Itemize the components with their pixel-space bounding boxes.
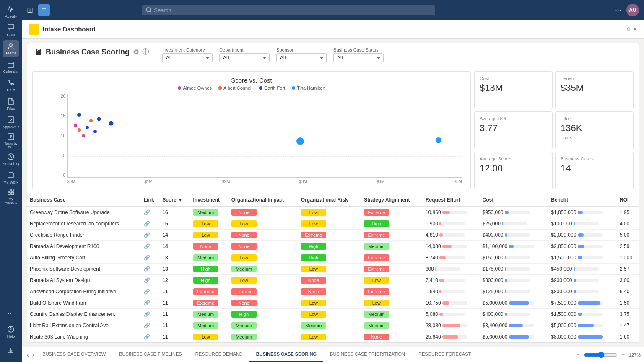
table-row: Arrowhead Corporation Hiring Initiative …	[27, 286, 639, 297]
cell-cost-4: $150,000	[480, 252, 548, 264]
cell-link-7[interactable]: 🔗	[141, 286, 160, 297]
kpi-roi-label: Average ROI	[480, 116, 547, 121]
tab-timelines[interactable]: BUSINESS CASE TIMELINES	[112, 347, 189, 362]
cell-score-3: 14	[160, 241, 190, 252]
share-icon[interactable]: ⎙	[627, 26, 630, 32]
link-icon-1[interactable]: 🔗	[144, 221, 150, 227]
user-avatar[interactable]: AU	[626, 4, 639, 16]
tab-resource-demand[interactable]: RESOURCE DEMAND	[189, 347, 249, 362]
cell-link-9[interactable]: 🔗	[141, 309, 160, 320]
close-icon[interactable]: ✕	[633, 26, 637, 32]
cell-org-risk-10: Medium	[299, 320, 361, 331]
link-icon-10[interactable]: 🔗	[144, 323, 150, 328]
cell-link-4[interactable]: 🔗	[141, 252, 160, 264]
zoom-slider[interactable]	[584, 352, 618, 358]
chart-with-yaxis: 20 15 10 5 0	[55, 94, 462, 178]
cell-investment-8: Extreme	[191, 297, 229, 309]
cell-org-risk-3: High	[299, 241, 361, 252]
tab-prioritization[interactable]: BUSINESS CASE PRIORITIZATION	[323, 347, 412, 362]
cell-link-2[interactable]: 🔗	[141, 230, 160, 241]
link-icon-9[interactable]: 🔗	[144, 311, 150, 317]
svg-rect-5	[8, 173, 14, 177]
cell-org-impact-3: None	[229, 241, 299, 252]
cell-roi-10: 1.47	[617, 320, 639, 331]
table-scroll[interactable]: Business Case Link Score ▼ Investment Or…	[27, 194, 639, 342]
cell-name-9: Country Gables Display Enhancement	[27, 309, 141, 320]
sidebar-item-myprojects[interactable]: My Projects	[3, 188, 19, 204]
cell-link-11[interactable]: 🔗	[141, 331, 160, 343]
cell-cost-5: $175,000	[480, 264, 548, 275]
sidebar-item-approvals[interactable]: Approvals	[3, 114, 19, 131]
filter-business-case-status: Business Case Status All	[333, 47, 384, 62]
dot-5	[93, 130, 97, 133]
zoom-minus[interactable]: －	[576, 352, 581, 358]
sidebar-item-mywork[interactable]: My Work	[3, 169, 19, 186]
filter-department-select[interactable]: All	[219, 53, 270, 62]
y-label-10: 10	[61, 134, 65, 138]
sidebar-item-sensei[interactable]: Sensei IQ	[3, 151, 19, 168]
zoom-plus[interactable]: ＋	[621, 352, 626, 358]
tab-overview[interactable]: BUSINESS CASE OVERVIEW	[36, 347, 112, 362]
sidebar-item-chat[interactable]: Chat	[3, 22, 19, 39]
cell-score-4: 13	[160, 252, 190, 264]
filter-sponsor-select[interactable]: All	[276, 53, 327, 62]
link-icon-6[interactable]: 🔗	[144, 277, 150, 283]
legend-garth: Garth Fort	[259, 85, 285, 90]
cell-link-3[interactable]: 🔗	[141, 241, 160, 252]
sidebar-item-files[interactable]: Files	[3, 96, 19, 112]
table-row: Country Gables Display Enhancement 🔗 11 …	[27, 309, 639, 320]
table-row: Route 303 Lane Widening 🔗 11 Low Medium …	[27, 331, 639, 343]
svg-rect-8	[8, 192, 10, 195]
dot-albert-1	[78, 128, 81, 132]
cell-effort-5: 800	[423, 264, 480, 275]
search-bar[interactable]	[142, 5, 435, 15]
sidebar-item-calls[interactable]: Calls	[3, 77, 19, 94]
sidebar-item-activity[interactable]: Activity	[3, 3, 19, 20]
link-icon-11[interactable]: 🔗	[144, 334, 150, 340]
topbar-more-icon[interactable]: ···	[615, 6, 621, 15]
tab-prev[interactable]: ‹	[25, 347, 31, 362]
settings-icon[interactable]: ⚙	[133, 48, 139, 56]
sidebar-item-download[interactable]	[3, 342, 19, 359]
link-icon-7[interactable]: 🔗	[144, 289, 150, 295]
cell-org-risk-2: Extreme	[299, 230, 361, 241]
cell-link-6[interactable]: 🔗	[141, 275, 160, 286]
search-input[interactable]	[154, 7, 431, 13]
cell-org-impact-4: Low	[229, 252, 299, 264]
tab-scoring[interactable]: BUSINESS CASE SCORING	[249, 347, 323, 362]
link-icon-5[interactable]: 🔗	[144, 266, 150, 272]
tab-resource-forecast[interactable]: RESOURCE FORECAST	[412, 347, 478, 362]
sidebar-dots-more[interactable]: ···	[3, 305, 19, 322]
cell-org-impact-10: Medium	[229, 320, 299, 331]
col-score[interactable]: Score ▼	[160, 194, 190, 207]
cell-name-3: Ramada AI Development R100	[27, 241, 141, 252]
sidebar-item-calendar[interactable]: Calendar	[3, 59, 19, 75]
sidebar-item-teams[interactable]: Teams	[3, 40, 19, 57]
info-icon[interactable]: ⓘ	[142, 48, 149, 57]
cell-link-1[interactable]: 🔗	[141, 218, 160, 230]
cell-org-impact-6: Low	[229, 275, 299, 286]
cell-link-10[interactable]: 🔗	[141, 320, 160, 331]
cell-link-8[interactable]: 🔗	[141, 297, 160, 309]
table-row: Creekside Range Finder 🔗 14 Low None Ext…	[27, 230, 639, 241]
svg-rect-7	[11, 189, 14, 191]
cell-cost-3: $1,100,000	[480, 241, 548, 252]
sidebar-item-tasks[interactable]: Tasks by Pi...	[3, 132, 19, 149]
cell-roi-3: 2.59	[617, 241, 639, 252]
link-icon-0[interactable]: 🔗	[144, 209, 150, 215]
chart-plot	[67, 94, 462, 178]
topbar-right: ··· AU	[615, 4, 639, 16]
cell-name-1: Replacement of research lab computers	[27, 218, 141, 230]
filter-investment-select[interactable]: All	[162, 53, 213, 62]
legend-tina: Tina Hamilton	[292, 85, 325, 90]
cell-link-0[interactable]: 🔗	[141, 207, 160, 218]
tab-next[interactable]: ›	[31, 347, 36, 362]
link-icon-8[interactable]: 🔗	[144, 300, 150, 306]
link-icon-3[interactable]: 🔗	[144, 243, 150, 249]
filter-status-select[interactable]: All	[333, 53, 384, 62]
link-icon-2[interactable]: 🔗	[144, 232, 150, 238]
link-icon-4[interactable]: 🔗	[144, 255, 150, 261]
kpi-benefit-label: Benefit	[561, 76, 628, 81]
cell-link-5[interactable]: 🔗	[141, 264, 160, 275]
sidebar-item-help[interactable]: Help	[3, 323, 19, 340]
